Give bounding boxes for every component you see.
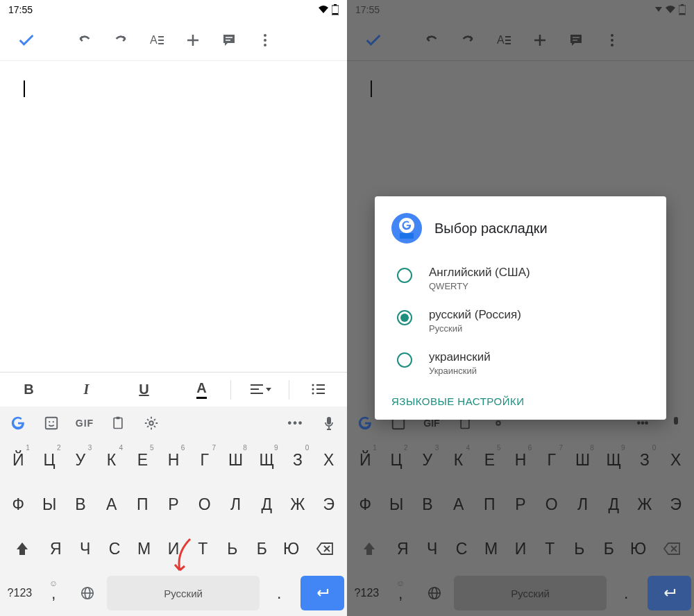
- key-А[interactable]: А: [443, 487, 474, 522]
- key-Й[interactable]: Й1: [3, 443, 34, 477]
- overflow-button[interactable]: [250, 25, 280, 55]
- key-Щ[interactable]: Щ9: [598, 443, 629, 477]
- bullets-button[interactable]: [289, 384, 347, 396]
- key-Д[interactable]: Д: [598, 487, 629, 522]
- mic-icon[interactable]: [319, 413, 339, 433]
- key-У[interactable]: У3: [412, 443, 443, 477]
- key-Т[interactable]: Т: [535, 531, 564, 566]
- key-Й[interactable]: Й1: [350, 443, 381, 477]
- layout-option[interactable]: Английский (США) QWERTY: [391, 257, 650, 300]
- spacebar-key[interactable]: Русский: [454, 576, 606, 610]
- key-Ф[interactable]: Ф: [350, 487, 381, 522]
- key-Э[interactable]: Э: [313, 487, 344, 522]
- key-Е[interactable]: Е5: [474, 443, 505, 477]
- key-Ч[interactable]: Ч: [418, 531, 447, 566]
- key-Ж[interactable]: Ж: [282, 487, 314, 522]
- key-О[interactable]: О: [189, 487, 220, 522]
- key-О[interactable]: О: [536, 487, 567, 522]
- key-Ф[interactable]: Ф: [3, 487, 34, 522]
- key-М[interactable]: М: [476, 531, 505, 566]
- key-Ю[interactable]: Ю: [623, 531, 652, 566]
- key-Б[interactable]: Б: [594, 531, 623, 566]
- key-Ч[interactable]: Ч: [71, 531, 100, 566]
- key-К[interactable]: К4: [443, 443, 474, 477]
- globe-key[interactable]: [418, 576, 452, 610]
- underline-button[interactable]: U: [115, 382, 173, 397]
- redo-button[interactable]: [105, 25, 136, 55]
- period-key[interactable]: .: [609, 576, 643, 610]
- key-И[interactable]: И: [159, 531, 188, 566]
- key-П[interactable]: П: [127, 487, 158, 522]
- confirm-button[interactable]: [11, 25, 42, 55]
- key-Ж[interactable]: Ж: [629, 487, 661, 522]
- key-Р[interactable]: Р: [158, 487, 189, 522]
- key-Г[interactable]: Г7: [189, 443, 220, 477]
- text-color-button[interactable]: A: [173, 380, 230, 399]
- format-button[interactable]: A: [142, 25, 172, 55]
- key-Н[interactable]: Н6: [505, 443, 536, 477]
- comment-button[interactable]: [561, 25, 591, 55]
- gif-button[interactable]: GIF: [75, 413, 94, 433]
- clipboard-icon[interactable]: [108, 413, 128, 433]
- key-⇧[interactable]: [3, 531, 41, 566]
- document-editor[interactable]: [0, 61, 347, 372]
- bold-button[interactable]: B: [0, 382, 58, 397]
- enter-key[interactable]: [301, 576, 344, 610]
- comma-key[interactable]: ☺,: [384, 576, 418, 610]
- key-Ш[interactable]: Ш8: [567, 443, 598, 477]
- key-В[interactable]: В: [412, 487, 443, 522]
- italic-button[interactable]: I: [58, 382, 115, 397]
- radio-button[interactable]: [397, 310, 412, 325]
- key-Т[interactable]: Т: [188, 531, 217, 566]
- key-Ш[interactable]: Ш8: [220, 443, 251, 477]
- radio-button[interactable]: [397, 268, 412, 283]
- comma-key[interactable]: ☺,: [37, 576, 71, 610]
- google-icon[interactable]: [355, 413, 375, 433]
- key-Р[interactable]: Р: [505, 487, 536, 522]
- confirm-button[interactable]: [358, 25, 389, 55]
- key-Г[interactable]: Г7: [536, 443, 567, 477]
- enter-key[interactable]: [648, 576, 691, 610]
- format-button[interactable]: A: [489, 25, 519, 55]
- settings-icon[interactable]: [142, 413, 161, 433]
- globe-key[interactable]: [71, 576, 105, 610]
- key-Ю[interactable]: Ю: [276, 531, 305, 566]
- more-icon[interactable]: •••: [286, 413, 305, 433]
- key-У[interactable]: У3: [65, 443, 96, 477]
- google-icon[interactable]: [8, 413, 28, 433]
- redo-button[interactable]: [452, 25, 483, 55]
- key-Ы[interactable]: Ы: [381, 487, 412, 522]
- key-И[interactable]: И: [506, 531, 535, 566]
- key-Б[interactable]: Б: [247, 531, 276, 566]
- add-button[interactable]: [178, 25, 208, 55]
- key-М[interactable]: М: [129, 531, 158, 566]
- layout-option[interactable]: русский (Россия) Русский: [391, 300, 650, 342]
- key-Я[interactable]: Я: [388, 531, 417, 566]
- key-Ь[interactable]: Ь: [218, 531, 247, 566]
- key-З[interactable]: З0: [629, 443, 661, 477]
- key-⌫[interactable]: [653, 531, 691, 566]
- key-Е[interactable]: Е5: [127, 443, 158, 477]
- symbols-key[interactable]: ?123: [3, 576, 37, 610]
- overflow-button[interactable]: [597, 25, 627, 55]
- undo-button[interactable]: [69, 25, 100, 55]
- add-button[interactable]: [525, 25, 555, 55]
- key-Д[interactable]: Д: [251, 487, 282, 522]
- align-button[interactable]: [231, 384, 289, 396]
- key-Я[interactable]: Я: [41, 531, 70, 566]
- key-А[interactable]: А: [96, 487, 127, 522]
- key-Ц[interactable]: Ц2: [381, 443, 412, 477]
- key-К[interactable]: К4: [96, 443, 127, 477]
- comment-button[interactable]: [214, 25, 244, 55]
- key-Л[interactable]: Л: [220, 487, 251, 522]
- key-Щ[interactable]: Щ9: [251, 443, 282, 477]
- key-Ы[interactable]: Ы: [34, 487, 65, 522]
- key-⌫[interactable]: [306, 531, 344, 566]
- spacebar-key[interactable]: Русский: [107, 576, 259, 610]
- key-З[interactable]: З0: [282, 443, 314, 477]
- key-С[interactable]: С: [447, 531, 476, 566]
- key-В[interactable]: В: [65, 487, 96, 522]
- sticker-icon[interactable]: [42, 413, 61, 433]
- radio-button[interactable]: [397, 352, 412, 368]
- key-⇧[interactable]: [350, 531, 388, 566]
